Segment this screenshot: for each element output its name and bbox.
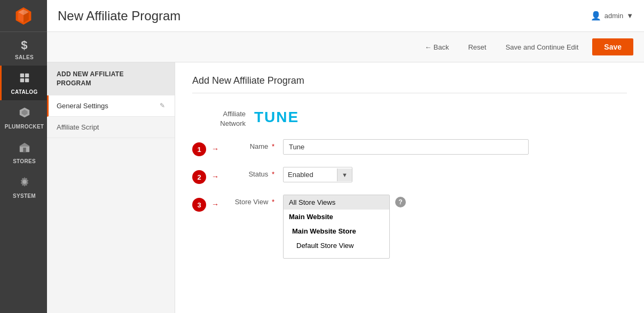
save-continue-button[interactable]: Save and Continue Edit [500, 40, 584, 54]
store-view-field-row: 3 → Store View * All Store Views Main We… [192, 195, 627, 259]
toolbar: ← Back Reset Save and Continue Edit Save [47, 32, 644, 62]
section-title: Add New Affiliate Program [192, 75, 627, 93]
username: admin [604, 12, 623, 20]
sidebar-item-plumrocket[interactable]: PLUMROCKET [0, 100, 47, 135]
name-input[interactable] [283, 139, 529, 155]
left-panel-title: ADD NEW AFFILIATEPROGRAM [47, 62, 175, 95]
step-3-badge: 3 [192, 198, 206, 212]
status-select-wrapper[interactable]: Enabled Disabled ▼ [283, 167, 352, 182]
page-title: New Affiliate Program [58, 9, 180, 23]
catalog-svg-icon [19, 72, 30, 84]
stores-svg-icon [19, 141, 30, 153]
step-2-badge: 2 [192, 170, 206, 184]
sidebar-item-catalog[interactable]: CATALOG [0, 66, 47, 100]
svg-rect-12 [23, 148, 26, 152]
edit-icon: ✎ [160, 102, 165, 109]
sales-icon: $ [21, 38, 28, 52]
right-panel: Add New Affiliate Program AffiliateNetwo… [175, 62, 644, 313]
reset-button[interactable]: Reset [463, 40, 492, 54]
catalog-icon [19, 72, 30, 87]
content-area: ADD NEW AFFILIATEPROGRAM General Setting… [47, 62, 644, 313]
svg-marker-11 [19, 143, 29, 146]
step-1-badge: 1 [192, 142, 206, 156]
name-field-row: 1 → Name * [192, 139, 627, 156]
svg-rect-4 [20, 74, 23, 77]
system-svg-icon [19, 176, 30, 188]
back-button[interactable]: ← Back [419, 40, 454, 54]
name-label: Name * [221, 139, 274, 150]
status-dropdown-arrow-icon: ▼ [337, 168, 352, 181]
plumrocket-svg-icon [19, 107, 30, 118]
sidebar-item-stores[interactable]: STORES [0, 135, 47, 170]
affiliate-network-logo: TUNE [254, 109, 299, 126]
status-required-star: * [272, 170, 274, 178]
stores-icon [19, 141, 30, 156]
step-2-badge-container: 2 → [192, 169, 219, 184]
user-icon: 👤 [591, 11, 601, 21]
store-view-help-icon[interactable]: ? [395, 197, 406, 207]
main-content: New Affiliate Program 👤 admin ▼ ← Back R… [47, 0, 644, 313]
step-1-arrow-icon: → [211, 145, 219, 153]
name-label-text: Name [250, 142, 269, 150]
store-view-label: Store View * [221, 195, 274, 206]
header: New Affiliate Program 👤 admin ▼ [47, 0, 644, 32]
store-view-required-star: * [272, 198, 274, 206]
sidebar-item-system[interactable]: SYSTEM [0, 170, 47, 204]
sidebar: $ SALES CATALOG PLUMROCKET [0, 0, 47, 313]
plumrocket-icon [19, 107, 30, 122]
svg-rect-7 [25, 78, 28, 82]
affiliate-network-label: AffiliateNetwork [192, 106, 246, 129]
sidebar-item-sales[interactable]: $ SALES [0, 32, 47, 66]
store-view-select[interactable]: All Store Views Main Website Main Websit… [283, 195, 390, 259]
user-dropdown-icon: ▼ [626, 12, 633, 20]
status-select[interactable]: Enabled Disabled [284, 167, 337, 182]
save-button[interactable]: Save [592, 38, 633, 55]
system-icon [19, 176, 30, 191]
left-panel: ADD NEW AFFILIATEPROGRAM General Setting… [47, 62, 175, 313]
sidebar-item-affiliate-script[interactable]: Affiliate Script [47, 117, 175, 138]
sidebar-item-general-settings[interactable]: General Settings ✎ [47, 95, 175, 117]
magento-logo-icon [14, 6, 33, 26]
store-view-label-text: Store View [235, 198, 269, 206]
affiliate-script-label: Affiliate Script [57, 123, 99, 131]
user-menu[interactable]: 👤 admin ▼ [591, 11, 633, 21]
status-field-row: 2 → Status * Enabled Disabled ▼ [192, 167, 627, 184]
step-1-badge-container: 1 → [192, 141, 219, 156]
status-label: Status * [221, 167, 274, 178]
status-label-text: Status [248, 170, 268, 178]
svg-rect-6 [20, 78, 23, 82]
step-2-arrow-icon: → [211, 172, 219, 181]
name-required-star: * [272, 142, 274, 150]
step-3-badge-container: 3 → [192, 197, 219, 212]
sidebar-logo[interactable] [0, 0, 47, 32]
general-settings-label: General Settings [57, 102, 108, 110]
svg-rect-5 [25, 74, 28, 77]
step-3-arrow-icon: → [211, 200, 219, 208]
